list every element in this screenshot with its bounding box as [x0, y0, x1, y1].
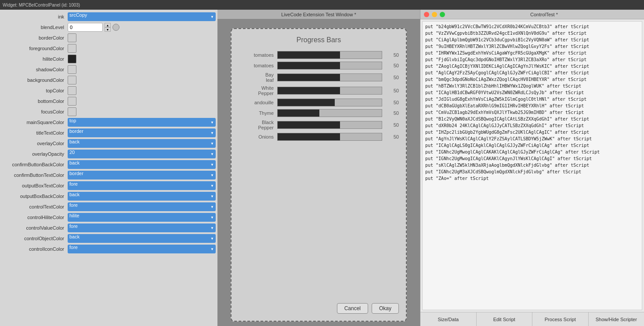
progress-bar-fill: [278, 110, 319, 117]
script-line: put "JdIGludG8gExhYmVsCiAgZW5kIGlmCgoglC…: [425, 96, 639, 103]
progress-value: 50: [386, 110, 399, 116]
okay-button[interactable]: Okay: [372, 303, 399, 314]
color-swatch-focusColor[interactable]: [68, 107, 76, 116]
prop-select-controlIconColor[interactable]: fore: [68, 245, 216, 253]
progress-bar-fill: [278, 133, 340, 140]
color-swatch-foregroundColor[interactable]: [68, 44, 76, 53]
progress-bar-container: [277, 62, 382, 70]
progress-bar-container: [277, 51, 382, 59]
right-panel: ControlTest * put "b24gbW91c2VVcCBwTW91c…: [420, 10, 644, 326]
script-line: put "AglCAgY2FzZSAyCgoglCAglCAglGJyZWFrC…: [425, 70, 639, 76]
prop-select-controlHiliteColor[interactable]: hilite: [68, 213, 216, 222]
select-wrapper: back: [68, 192, 216, 201]
process-script-button[interactable]: Process Script: [532, 312, 589, 326]
stepper-up[interactable]: ▲: [105, 23, 111, 27]
prop-label: overlayOpacity: [2, 151, 68, 157]
control-title-bar: ControlTest *: [420, 10, 644, 19]
color-swatch-bottomColor[interactable]: [68, 97, 76, 106]
prop-row: overlayColorback: [0, 138, 217, 149]
prop-select-controlObjectColor[interactable]: back: [68, 234, 216, 243]
prop-select-ink[interactable]: srcCopy: [68, 12, 216, 21]
prop-select-outputBoxBackColor[interactable]: back: [68, 192, 216, 201]
progress-item-label: Thyme: [239, 110, 274, 116]
prop-label: confirmButtonBackColor: [2, 162, 68, 167]
prop-row: outputBoxBackColorback: [0, 191, 217, 201]
prop-select-confirmButtonBackColor[interactable]: back: [68, 160, 216, 169]
main-area: inksrcCopyblendLevel▲▼borderColorforegro…: [0, 10, 644, 326]
progress-bar-container: [277, 133, 382, 141]
color-swatch-topColor[interactable]: [68, 86, 76, 95]
progress-item: tomatoes50: [239, 62, 399, 70]
progress-item: Thyme50: [239, 109, 399, 117]
color-swatch-shadowColor[interactable]: [68, 65, 76, 74]
prop-row: focusColor: [0, 106, 217, 117]
prop-row: mainSquareColortop: [0, 117, 217, 128]
progress-value: 50: [386, 122, 399, 128]
prop-select-overlayOpacity[interactable]: 20: [68, 150, 216, 158]
prop-row: backgroundColor: [0, 75, 217, 85]
progress-value: 50: [386, 88, 399, 93]
left-panel: inksrcCopyblendLevel▲▼borderColorforegro…: [0, 10, 217, 326]
progress-bar-container: [277, 87, 382, 95]
prop-label: borderColor: [2, 35, 68, 40]
prop-control: border: [68, 128, 216, 137]
prop-label: ink: [2, 14, 68, 19]
progress-item-label: Bay leaf: [239, 72, 274, 83]
prop-select-overlayColor[interactable]: back: [68, 139, 216, 148]
prop-row: confirmButtonTextColorborder: [0, 170, 217, 180]
prop-row: bottomColor: [0, 96, 217, 106]
script-line: put "B1c2VyQWN0aXJCdSBQwogICAglCAtLSBzZX…: [425, 116, 639, 122]
prop-control: [68, 97, 216, 106]
prop-select-outputBoxTextColor[interactable]: fore: [68, 181, 216, 190]
script-line: put "sKlCAglZW5klHN3aXRjaAoglbmQgdXNlckF…: [425, 162, 639, 168]
color-swatch-backgroundColor[interactable]: [68, 76, 76, 84]
prop-label: topColor: [2, 88, 68, 93]
stepper-down[interactable]: ▼: [105, 27, 111, 32]
progress-value: 50: [386, 63, 399, 68]
prop-select-controlTextColor[interactable]: fore: [68, 202, 216, 211]
control-buttons: Size/Data Edit Script Process Script Sho…: [420, 312, 644, 326]
prop-row: shadowColor: [0, 64, 217, 75]
dialog-title: Progress Bars: [239, 36, 399, 44]
progress-item-label: White Pepper: [239, 85, 274, 96]
script-line: put "bmQgc3dpdGNoNoCiAgZWxzZQoglCAqcHV0I…: [425, 76, 639, 83]
prop-row: controlIconColorfore: [0, 244, 217, 254]
show-hide-scripter-button[interactable]: Show/Hide Scripter: [589, 312, 644, 326]
prop-select-confirmButtonTextColor[interactable]: border: [68, 171, 216, 179]
script-line: put "VzZVVwCgpvbiBtb3ZZURvd24gcE1vdXNlQn…: [425, 30, 639, 37]
progress-item: White Pepper50: [239, 85, 399, 96]
progress-bar-container: [277, 109, 382, 117]
size-data-button[interactable]: Size/Data: [420, 312, 477, 326]
prop-select-controlValueColor[interactable]: fore: [68, 223, 216, 232]
prop-control: border: [68, 171, 216, 179]
prop-row: overlayOpacity20: [0, 149, 217, 159]
script-line: put "IGNhc2UgM3aXJCdSBQwoglmQgdXNlckFjdG…: [425, 168, 639, 175]
select-wrapper: hilite: [68, 213, 216, 222]
edit-script-button[interactable]: Edit Script: [477, 312, 533, 326]
minimize-dot[interactable]: [432, 12, 437, 17]
script-line: put "CiAglAplbmQgbW91c2VCb3duCgpvbiB1c2V…: [425, 37, 639, 43]
prop-row: controlHiliteColorhilite: [0, 212, 217, 223]
prop-label: controlIconColor: [2, 246, 68, 252]
close-dot[interactable]: [424, 12, 429, 17]
blend-level-input[interactable]: [68, 23, 103, 32]
maximize-dot[interactable]: [440, 12, 445, 17]
progress-item-label: Onions: [239, 134, 274, 139]
script-line: put "AgYnJlYWsKlCAglCAglY2FzZSAylCATLSBD…: [425, 136, 639, 142]
color-swatch-hiliteColor[interactable]: [68, 55, 76, 63]
prop-label: bottomColor: [2, 99, 68, 104]
progress-value: 50: [386, 75, 399, 80]
script-output[interactable]: put "b24gbW91c2VVcCBwTW91c2VCdXR0b24KCmV…: [422, 21, 642, 310]
prop-select-mainSquareColor[interactable]: top: [68, 118, 216, 127]
select-wrapper: srcCopy: [68, 12, 216, 21]
prop-select-titleTextColor[interactable]: border: [68, 128, 216, 137]
prop-row: controlTextColorfore: [0, 201, 217, 212]
dialog-buttons: Cancel Okay: [239, 303, 399, 314]
select-wrapper: border: [68, 171, 216, 179]
prop-label: controlObjectColor: [2, 236, 68, 241]
cancel-button[interactable]: Cancel: [337, 303, 368, 314]
prop-label: focusColor: [2, 109, 68, 114]
lc-content: Progress Bars tomatoes50tomatoes50Bay le…: [217, 19, 420, 326]
color-swatch-borderColor[interactable]: [68, 33, 76, 42]
progress-bar-fill: [278, 51, 340, 59]
